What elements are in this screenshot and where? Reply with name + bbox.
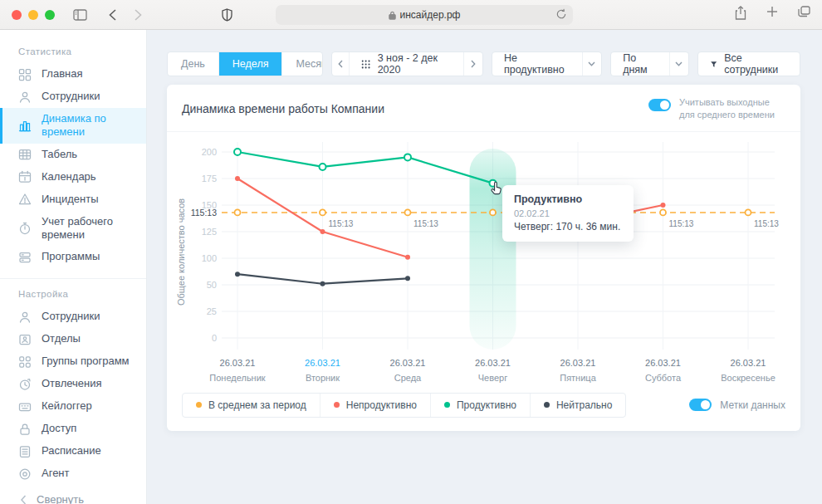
legend-item[interactable]: В среднем за период bbox=[183, 394, 320, 417]
chart-tooltip: Продуктивно 02.02.21 Четверг: 170 ч. 36 … bbox=[502, 185, 634, 242]
chevron-down-icon bbox=[670, 52, 688, 76]
sidebar-item[interactable]: Сотрудники bbox=[0, 306, 146, 328]
chart-title: Динамика времени работы Компании bbox=[182, 102, 384, 115]
sidebar-item-label: Расписание bbox=[42, 444, 101, 458]
next-period-button[interactable] bbox=[464, 52, 482, 76]
document-icon bbox=[18, 445, 32, 458]
table-icon bbox=[18, 148, 32, 161]
sidebar-item[interactable]: Программы bbox=[0, 246, 146, 268]
sidebar-item[interactable]: Инциденты bbox=[0, 188, 146, 211]
close-window-button[interactable] bbox=[12, 10, 22, 20]
sidebar-collapse-button[interactable]: Свернуть bbox=[0, 485, 146, 504]
calendar-icon bbox=[18, 170, 32, 183]
sidebar-item[interactable]: Отвлечения bbox=[0, 373, 146, 395]
svg-text:125: 125 bbox=[202, 227, 217, 237]
sidebar-item[interactable]: Группы программ bbox=[0, 350, 146, 373]
svg-text:26.03.21: 26.03.21 bbox=[731, 358, 766, 368]
legend-item[interactable]: Непродуктивно bbox=[320, 394, 431, 417]
legend-item[interactable]: Нейтрально bbox=[531, 394, 625, 417]
data-labels-toggle[interactable] bbox=[689, 399, 712, 411]
reload-icon[interactable] bbox=[556, 8, 566, 22]
date-range-control: 3 ноя - 2 дек 2020 bbox=[331, 51, 483, 76]
employees-filter-button[interactable]: Все сотрудники bbox=[697, 51, 800, 76]
sidebar-item[interactable]: Табель bbox=[0, 144, 146, 166]
chevron-left-icon bbox=[20, 495, 27, 504]
sidebar-item[interactable]: Календарь bbox=[0, 166, 146, 188]
svg-text:115:13: 115:13 bbox=[329, 219, 354, 228]
zoom-window-button[interactable] bbox=[45, 10, 55, 20]
grouping-dropdown[interactable]: По дням bbox=[610, 51, 689, 76]
sidebar-item[interactable]: Расписание bbox=[0, 440, 146, 462]
layers-icon bbox=[18, 251, 32, 264]
weekend-toggle[interactable] bbox=[648, 99, 671, 111]
sidebar-item-label: Учет рабочего времени bbox=[42, 215, 139, 242]
sidebar-item-label: Сотрудники bbox=[42, 310, 100, 323]
tab-month[interactable]: Месяц bbox=[282, 52, 322, 76]
svg-text:26.03.21: 26.03.21 bbox=[475, 358, 511, 368]
dashboard-icon bbox=[18, 68, 32, 81]
sidebar-section-divider bbox=[0, 278, 146, 279]
id-card-icon bbox=[18, 333, 32, 346]
svg-text:Вторник: Вторник bbox=[306, 373, 340, 383]
sidebar-item-label: Программы bbox=[42, 250, 100, 263]
forward-button[interactable] bbox=[135, 9, 142, 21]
svg-text:Чеверг: Чеверг bbox=[478, 373, 507, 383]
tab-overview-icon[interactable] bbox=[798, 6, 810, 23]
svg-text:Воскресенье: Воскресенье bbox=[721, 373, 776, 383]
legend-item[interactable]: Продуктивно bbox=[431, 394, 531, 417]
minimize-window-button[interactable] bbox=[28, 10, 38, 20]
legend-label: Нейтрально bbox=[556, 399, 612, 411]
sidebar-item-label: Инциденты bbox=[42, 193, 99, 206]
sidebar-toggle-icon[interactable] bbox=[73, 9, 87, 21]
svg-text:Общее количество часов: Общее количество часов bbox=[176, 198, 186, 305]
sidebar-item-label: Кейлоггер bbox=[42, 399, 92, 413]
privacy-shield-icon[interactable] bbox=[222, 8, 232, 22]
sidebar-item[interactable]: Отделы bbox=[0, 328, 146, 350]
productivity-dropdown[interactable]: Не продуктивно bbox=[492, 51, 602, 76]
sidebar-item-label: Отделы bbox=[42, 332, 81, 345]
svg-text:26.03.21: 26.03.21 bbox=[390, 358, 426, 368]
employees-filter-label: Все сотрудники bbox=[724, 52, 788, 76]
legend-dot-icon bbox=[334, 402, 340, 408]
calendar-grid-icon bbox=[361, 59, 370, 70]
sidebar-item[interactable]: Динамика по времени bbox=[0, 108, 146, 144]
sidebar-item-label: Календарь bbox=[42, 170, 96, 183]
tooltip-date: 02.02.21 bbox=[514, 208, 620, 218]
user-icon bbox=[18, 91, 32, 104]
sidebar-section-label: Настройка bbox=[0, 284, 146, 306]
sidebar-item[interactable]: Доступ bbox=[0, 418, 146, 440]
share-icon[interactable] bbox=[735, 6, 746, 23]
sidebar-item[interactable]: Главная bbox=[0, 63, 146, 86]
stopwatch-icon bbox=[18, 222, 32, 235]
lock-icon bbox=[389, 11, 396, 20]
svg-text:26.03.21: 26.03.21 bbox=[645, 358, 681, 368]
svg-text:Пятница: Пятница bbox=[560, 373, 596, 383]
line-chart[interactable]: 20017515012510050250115:13115:13115:1311… bbox=[174, 135, 792, 386]
svg-text:50: 50 bbox=[207, 280, 217, 290]
address-bar[interactable]: инсайдер.рф bbox=[276, 5, 573, 25]
sidebar-item[interactable]: Кейлоггер bbox=[0, 395, 146, 418]
sidebar-item[interactable]: Сотрудники bbox=[0, 86, 146, 108]
svg-text:175: 175 bbox=[202, 174, 217, 183]
collapse-label: Свернуть bbox=[37, 493, 84, 504]
chart-area: 20017515012510050250115:13115:13115:1311… bbox=[167, 132, 800, 386]
tooltip-series-name: Продуктивно bbox=[514, 193, 620, 205]
date-range-picker[interactable]: 3 ноя - 2 дек 2020 bbox=[350, 52, 464, 76]
chevron-down-icon bbox=[583, 52, 601, 76]
new-tab-icon[interactable] bbox=[766, 6, 778, 23]
sidebar-item-label: Отвлечения bbox=[42, 377, 102, 390]
legend-label: В среднем за период bbox=[208, 399, 306, 411]
back-button[interactable] bbox=[109, 9, 116, 21]
svg-text:115:13: 115:13 bbox=[669, 219, 694, 228]
prev-period-button[interactable] bbox=[332, 52, 350, 76]
sidebar-item[interactable]: Агент bbox=[0, 462, 146, 485]
svg-text:200: 200 bbox=[202, 147, 217, 157]
sidebar-item[interactable]: Учет рабочего времени bbox=[0, 211, 146, 247]
cursor-pointer-icon bbox=[489, 180, 505, 199]
data-labels-label: Метки данных bbox=[720, 399, 785, 411]
tab-week[interactable]: Неделя bbox=[219, 52, 283, 76]
period-segmented-control: День Неделя Месяц bbox=[167, 51, 323, 76]
tooltip-value: Четверг: 170 ч. 36 мин. bbox=[514, 221, 620, 232]
tab-day[interactable]: День bbox=[168, 52, 219, 76]
svg-text:100: 100 bbox=[202, 253, 217, 263]
